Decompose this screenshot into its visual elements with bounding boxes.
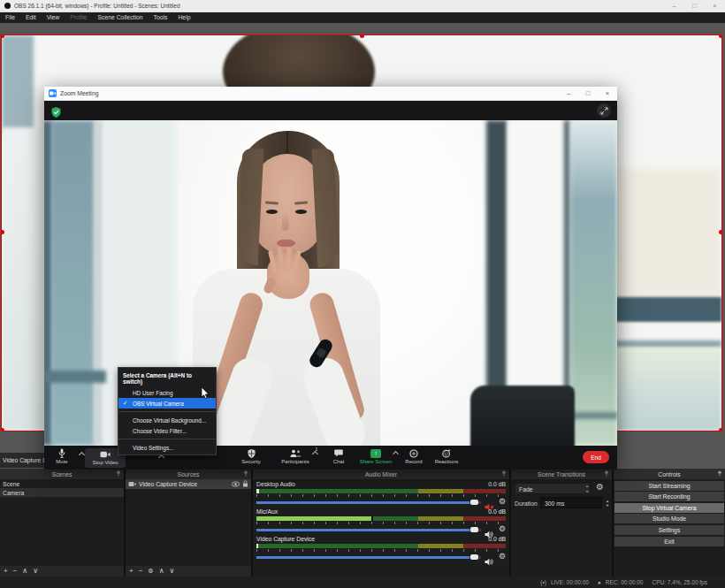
live-indicator-icon: (•) xyxy=(540,579,546,585)
meeting-encryption-shield-icon[interactable] xyxy=(51,105,61,121)
volume-slider[interactable] xyxy=(256,501,481,504)
transition-select[interactable]: Fade ▴▾ xyxy=(515,483,591,494)
pin-icon[interactable] xyxy=(604,470,609,477)
remove-scene-button[interactable]: − xyxy=(13,567,18,576)
reactions-button[interactable]: Reactions xyxy=(425,448,468,465)
video-settings-item[interactable]: Video Settings... xyxy=(118,442,216,453)
zoom-window-controls: – □ × xyxy=(559,88,617,100)
settings-button[interactable]: Settings xyxy=(614,525,724,535)
controls-panel: Controls Start Streaming Start Recording… xyxy=(614,469,725,577)
add-scene-button[interactable]: + xyxy=(4,567,8,576)
video-options-chevron-icon[interactable] xyxy=(158,454,164,461)
volume-slider[interactable] xyxy=(256,556,481,559)
transform-handle[interactable] xyxy=(360,34,364,38)
stop-virtual-camera-button[interactable]: Stop Virtual Camera xyxy=(614,503,724,513)
transform-handle[interactable] xyxy=(1,428,4,431)
pin-icon[interactable] xyxy=(717,470,722,477)
menu-separator xyxy=(118,411,216,412)
volume-slider-handle[interactable] xyxy=(470,500,478,505)
obs-menubar: File Edit View Profile Scene Collection … xyxy=(0,12,725,23)
transform-handle[interactable] xyxy=(719,428,722,431)
channel-volume-db: 0.0 dB xyxy=(488,536,506,543)
mute-button[interactable]: Mute xyxy=(46,448,78,465)
video-camera-icon xyxy=(100,449,111,459)
obs-main-window: OBS 26.1.1 (64-bit, windows) - Profile: … xyxy=(0,0,725,588)
move-source-up-button[interactable]: ∧ xyxy=(159,567,164,576)
lock-icon[interactable] xyxy=(242,480,248,488)
menu-profile[interactable]: Profile xyxy=(65,12,92,23)
transform-handle[interactable] xyxy=(719,34,722,38)
minimize-button[interactable]: – xyxy=(664,1,684,11)
fullscreen-icon[interactable] xyxy=(597,103,611,118)
add-source-button[interactable]: + xyxy=(129,567,134,576)
channel-settings-gear-icon[interactable]: ⚙ xyxy=(499,497,506,506)
move-source-down-button[interactable]: ∨ xyxy=(169,567,174,576)
zoom-window: Zoom Meeting – □ × xyxy=(44,87,617,469)
audio-mixer-panel: Audio Mixer Desktop Audio 0.0 dB xyxy=(253,469,509,577)
studio-mode-button[interactable]: Studio Mode xyxy=(614,514,724,523)
start-recording-button[interactable]: Start Recording xyxy=(614,492,724,501)
audio-level-meter xyxy=(256,516,506,521)
zoom-close-button[interactable]: × xyxy=(598,88,617,100)
transitions-panel-title: Scene Transitions xyxy=(538,471,585,477)
participants-button[interactable]: 1 Participants xyxy=(274,448,317,465)
zoom-app-icon xyxy=(49,89,57,97)
menu-tools[interactable]: Tools xyxy=(149,12,173,23)
speaker-icon[interactable] xyxy=(485,554,494,569)
choose-virtual-background-item[interactable]: Choose Virtual Background... xyxy=(118,415,216,425)
channel-settings-gear-icon[interactable]: ⚙ xyxy=(499,552,506,561)
controls-panel-title: Controls xyxy=(658,471,680,477)
zoom-window-title: Zoom Meeting xyxy=(60,90,98,96)
chat-bubble-icon xyxy=(334,448,343,458)
move-scene-up-button[interactable]: ∧ xyxy=(22,567,27,576)
obs-titlebar: OBS 26.1.1 (64-bit, windows) - Profile: … xyxy=(0,0,725,12)
choose-video-filter-item[interactable]: Choose Video Filter... xyxy=(118,425,216,436)
volume-slider-handle[interactable] xyxy=(470,527,478,532)
volume-slider[interactable] xyxy=(256,529,481,531)
menu-help[interactable]: Help xyxy=(172,12,195,23)
menu-view[interactable]: View xyxy=(42,12,65,23)
channel-settings-gear-icon[interactable]: ⚙ xyxy=(499,524,506,533)
move-scene-down-button[interactable]: ∨ xyxy=(33,567,38,576)
preview-background xyxy=(2,35,34,134)
exit-button[interactable]: Exit xyxy=(614,537,724,546)
visibility-eye-icon[interactable] xyxy=(232,481,240,488)
security-button[interactable]: Security xyxy=(230,448,272,465)
mouse-cursor xyxy=(201,387,210,403)
cpu-fps-stats: CPU: 7.4%, 25.00 fps xyxy=(652,579,707,585)
menu-scene-collection[interactable]: Scene Collection xyxy=(93,12,149,23)
menu-file[interactable]: File xyxy=(0,12,20,23)
mute-options-chevron-icon[interactable] xyxy=(79,452,85,458)
zoom-maximize-button[interactable]: □ xyxy=(578,88,598,100)
scene-item-scene[interactable]: Scene xyxy=(0,479,124,488)
start-streaming-button[interactable]: Start Streaming xyxy=(614,481,724,491)
end-meeting-button[interactable]: End xyxy=(583,451,609,463)
zoom-minimize-button[interactable]: – xyxy=(559,88,578,100)
source-item-video-capture-device[interactable]: Video Capture Device xyxy=(126,479,251,489)
remove-source-button[interactable]: − xyxy=(139,567,143,576)
volume-slider-handle[interactable] xyxy=(470,554,478,560)
scene-item-camera[interactable]: Camera xyxy=(0,488,124,497)
transition-settings-gear-icon[interactable]: ⚙ xyxy=(596,482,604,492)
close-button[interactable]: × xyxy=(705,1,725,11)
duration-input[interactable]: 300 ms xyxy=(540,497,602,508)
mixer-panel-title: Audio Mixer xyxy=(365,471,397,477)
source-properties-gear-icon[interactable]: ⚙ xyxy=(148,567,153,576)
transform-handle[interactable] xyxy=(719,230,722,234)
pin-icon[interactable] xyxy=(116,470,121,477)
mixer-channel-mic-aux: Mic/Aux 0.0 dB ⚙ xyxy=(256,508,506,535)
sources-panel-title: Sources xyxy=(178,471,200,477)
live-timer: LIVE: 00:00:00 xyxy=(551,579,589,585)
participants-icon: 1 xyxy=(290,448,301,458)
record-icon xyxy=(409,448,418,458)
menu-edit[interactable]: Edit xyxy=(20,12,42,23)
mixer-channel-desktop-audio: Desktop Audio 0.0 dB ⚙ xyxy=(256,481,506,508)
pin-icon[interactable] xyxy=(501,470,507,477)
pin-icon[interactable] xyxy=(243,470,248,477)
duration-spinner[interactable]: ▲▼ xyxy=(604,497,611,508)
rec-timer: REC: 00:00:00 xyxy=(606,579,644,585)
share-screen-button[interactable]: ↑ Share Screen xyxy=(355,448,397,465)
zoom-meeting-info-bar xyxy=(44,101,617,120)
maximize-button[interactable]: □ xyxy=(684,1,705,11)
chat-button[interactable]: Chat xyxy=(317,448,360,465)
